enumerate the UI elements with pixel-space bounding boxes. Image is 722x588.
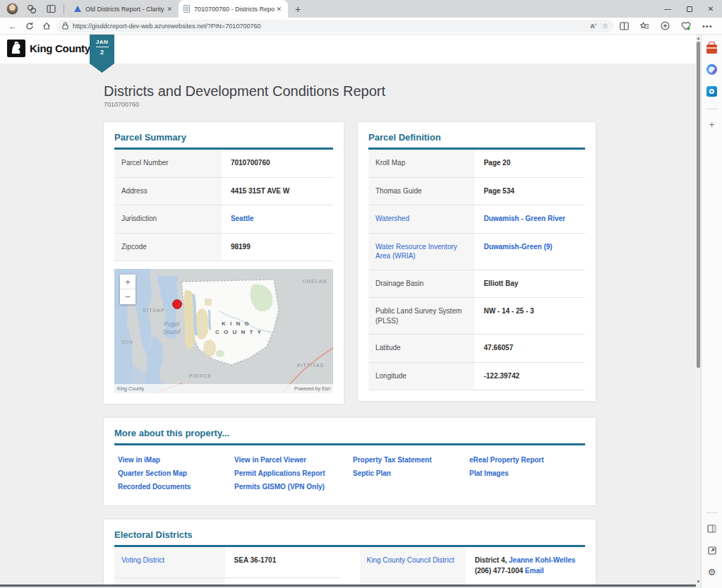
clarity-favicon [74,6,81,12]
row-value: 7010700760 [222,150,333,177]
home-button[interactable] [38,22,55,30]
new-tab-button[interactable]: + [295,4,301,15]
browser-window: Old Districts Report - Clarity ✕ 7010700… [0,0,722,588]
address-bar[interactable]: https://gisddcreport-dev-web.azurewebsit… [56,20,614,32]
favorite-star-icon[interactable]: ☆ [602,22,608,30]
map-canvas[interactable]: KITSAP CHELAN KITTITAS PIERCE SON K I N … [114,269,333,393]
back-button[interactable]: ← [4,21,21,31]
sidebar-divider [706,109,718,109]
row-value: Elliott Bay [474,270,585,298]
window-minimize-button[interactable]: — [657,0,678,18]
collections-icon[interactable] [661,21,670,30]
table-row: Latitude 47.66057 [368,335,585,363]
map-label-puget-sound: Puget [164,320,180,328]
map-label-kittitas: KITTITAS [297,363,324,368]
page-content: King County JAN 2 Districts and Developm… [0,35,696,588]
link-recorded-documents[interactable]: Recorded Documents [118,483,234,491]
more-menu-icon[interactable]: ••• [702,22,713,30]
map-label-king-county: C O U N T Y [215,329,263,335]
map-zoom-out-button[interactable]: − [120,289,136,304]
table-row: Parcel Number 7010700760 [114,150,333,178]
link-property-tax-statement[interactable]: Property Tax Statement [353,456,469,464]
url-text[interactable]: https://gisddcreport-dev-web.azurewebsit… [73,23,590,30]
sidebar-add-button[interactable]: + [706,119,718,131]
link-view-in-parcel-viewer[interactable]: View in Parcel Viewer [234,456,353,464]
window-close-button[interactable]: ✕ [700,0,721,18]
parcel-definition-heading: Parcel Definition [368,132,585,150]
table-row: Public Land Survey System (PLSS) NW - 14… [368,298,585,335]
open-in-window-icon[interactable] [706,544,718,556]
settings-gear-icon[interactable]: ⚙ [706,566,718,578]
row-label: Thomas Guide [368,178,474,205]
map-zoom-in-button[interactable]: + [120,275,136,289]
window-maximize-button[interactable] [679,0,700,18]
map-attribution-left: King County [117,386,145,392]
split-screen-icon[interactable] [620,22,629,30]
map-label-kitsap: KITSAP [143,308,165,313]
link-permits-gismo[interactable]: Permits GISMO (VPN Only) [234,483,353,491]
watershed-label-link[interactable]: Watershed [368,205,474,233]
wria-label-link[interactable]: Water Resource Inventory Area (WRIA) [368,234,474,270]
link-ereal-property-report[interactable]: eReal Property Report [469,456,582,464]
tab-close-icon[interactable]: ✕ [165,6,174,13]
page-scrollbar[interactable]: ▲ ▼ [696,35,701,588]
king-county-logo[interactable]: King County [6,39,90,58]
council-email-link[interactable]: Email [525,567,544,575]
copilot-icon[interactable] [706,64,718,76]
refresh-button[interactable] [21,22,38,30]
row-value: 98199 [222,234,333,261]
map-label-king-county: K I N G [222,320,251,327]
tab-title: Old Districts Report - Clarity [85,6,165,13]
tab-old-districts-report[interactable]: Old Districts Report - Clarity ✕ [69,0,179,18]
row-value: -122.39742 [474,363,585,390]
council-prefix: District 4, [475,556,507,564]
profile-avatar[interactable] [6,3,18,15]
watershed-value-link[interactable]: Duwamish - Green River [474,205,585,233]
jurisdiction-link[interactable]: Seattle [222,205,333,233]
tab-districts-report-active[interactable]: 7010700760 - Districts Report ✕ [179,0,288,18]
link-permit-applications-report[interactable]: Permit Applications Report [234,469,353,477]
shopping-icon[interactable] [706,42,718,54]
king-county-logo-text: King County [30,42,90,54]
more-about-property-heading: More about this property... [114,428,585,445]
link-plat-images[interactable]: Plat Images [469,469,582,477]
more-about-property-card: More about this property... View in iMap… [104,418,596,505]
edge-sidebar: + ⚙ [701,35,722,588]
table-row: Thomas Guide Page 534 [368,178,585,206]
map-label-chelan: CHELAN [303,279,327,284]
link-view-in-imap[interactable]: View in iMap [118,456,234,464]
row-value: Page 20 [474,150,585,177]
electoral-districts-heading: Electoral Districts [114,529,585,547]
tab-actions-icon[interactable] [45,4,56,15]
scrollbar-thumb[interactable] [697,42,700,368]
report-favicon [183,5,190,13]
voting-district-link[interactable]: Voting District [114,547,225,577]
parcel-marker-icon [173,300,182,309]
table-row: Zipcode 98199 [114,234,333,262]
parcel-location-map[interactable]: + − [114,269,333,393]
council-member-link[interactable]: Jeanne Kohl-Welles [509,556,575,564]
council-district-link[interactable]: King County Council District [360,547,466,584]
link-quarter-section-map[interactable]: Quarter Section Map [118,469,234,477]
ribbon-day: 2 [90,49,114,56]
wria-value-link[interactable]: Duwamish-Green (9) [474,234,585,270]
tab-close-icon[interactable]: ✕ [275,6,283,13]
row-value: 4415 31ST AVE W [222,178,333,205]
row-value: SEA 36-1701 [225,547,340,577]
map-label-puget-sound: Sound [163,328,181,335]
favorites-icon[interactable] [640,22,649,30]
read-aloud-icon[interactable]: A [590,23,596,30]
scroll-up-arrow[interactable]: ▲ [696,35,701,42]
ribbon-month: JAN [90,39,114,45]
browser-essentials-icon[interactable] [681,22,691,30]
sidebar-panel-icon[interactable] [706,522,718,534]
scroll-down-arrow[interactable]: ▼ [696,579,701,585]
table-row: Kroll Map Page 20 [368,150,585,178]
outlook-icon[interactable] [706,85,718,97]
map-label-pierce: PIERCE [189,373,212,378]
link-septic-plan[interactable]: Septic Plan [353,469,469,477]
workspaces-icon[interactable] [26,4,37,15]
map-label-mason: SON [121,340,133,344]
row-value: 47.66057 [474,335,585,362]
row-value: Page 534 [474,178,585,205]
